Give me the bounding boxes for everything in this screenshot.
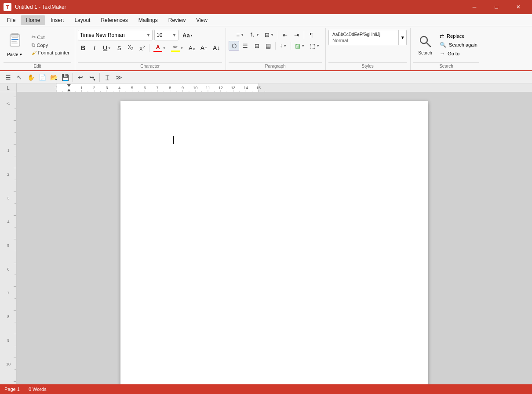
undo-button[interactable]: ↩ xyxy=(75,72,86,83)
new-button[interactable]: 📄 xyxy=(37,72,47,83)
svg-rect-3 xyxy=(11,39,18,40)
shading-button[interactable]: ▨▼ xyxy=(293,41,307,51)
align-right-button[interactable]: ⊟ xyxy=(251,41,262,51)
ruler-row: L xyxy=(0,83,532,92)
menu-file[interactable]: File xyxy=(2,15,21,25)
separator xyxy=(275,42,276,50)
goto-button[interactable]: → Go to xyxy=(438,50,479,58)
toolbar-separator-2 xyxy=(99,73,100,82)
menu-mailings[interactable]: Mailings xyxy=(133,15,163,25)
font-size-dropdown[interactable]: 10 ▼ xyxy=(154,30,179,40)
hand-button[interactable]: ✋ xyxy=(26,72,36,83)
format-painter-button[interactable]: 🖌 Format painter xyxy=(30,49,72,56)
svg-line-7 xyxy=(426,43,430,47)
search-again-button[interactable]: 🔍 Search again xyxy=(438,41,479,49)
search-label: Search xyxy=(413,62,479,70)
menubar: File Home Insert Layout References Maili… xyxy=(0,14,532,26)
maximize-button[interactable]: □ xyxy=(486,0,506,14)
text-cursor xyxy=(173,136,174,144)
menu-view[interactable]: View xyxy=(191,15,213,25)
font-row: Times New Roman ▼ 10 ▼ Aa ▼ xyxy=(78,30,195,40)
character-group: Times New Roman ▼ 10 ▼ Aa ▼ xyxy=(76,28,226,70)
replace-icon: ⇄ xyxy=(440,33,444,39)
svg-rect-2 xyxy=(12,35,18,37)
styles-label: Styles xyxy=(328,62,407,70)
doc-container: -1123456789101112 xyxy=(0,92,532,384)
clipboard-group: Paste ▼ ✂ Cut ⧉ Copy xyxy=(2,28,75,70)
separator xyxy=(304,31,304,39)
menu-layout[interactable]: Layout xyxy=(69,15,95,25)
close-button[interactable]: ✕ xyxy=(508,0,528,14)
italic-button[interactable]: I xyxy=(89,43,100,53)
line-spacing-button[interactable]: ↕▼ xyxy=(277,41,289,51)
clear-format-button[interactable]: Aₓ xyxy=(186,43,197,53)
menu-insert[interactable]: Insert xyxy=(45,15,69,25)
superscript-button[interactable]: X2 xyxy=(137,43,147,53)
show-formatting-button[interactable]: ¶ xyxy=(306,30,317,40)
search-icon xyxy=(418,34,432,50)
character-label: Character xyxy=(78,62,222,70)
menu-home[interactable]: Home xyxy=(21,15,45,25)
format-painter-icon: 🖌 xyxy=(32,50,36,55)
highlight-button[interactable]: ✏ ▼ xyxy=(169,43,186,53)
tab-stop-selector[interactable]: L xyxy=(0,83,16,92)
page[interactable] xyxy=(120,101,428,384)
style-dropdown-button[interactable]: ▼ xyxy=(399,30,407,45)
border-button[interactable]: ⬚▼ xyxy=(308,41,322,51)
minimize-button[interactable]: ─ xyxy=(464,0,485,14)
search-again-icon: 🔍 xyxy=(440,42,446,48)
outline-list-button[interactable]: ⊞▼ xyxy=(262,30,276,40)
search-group: Search ⇄ Replace 🔍 Search again xyxy=(412,28,483,70)
styles-group-content: AaBbCcDdEeFfGgHhIiJj Normal ▼ xyxy=(328,28,407,61)
align-left-button[interactable]: ⬡ xyxy=(229,41,239,51)
menu-review[interactable]: Review xyxy=(163,15,191,25)
window-controls: ─ □ ✕ xyxy=(464,0,528,14)
indent-decrease-button[interactable]: ⇤ xyxy=(280,30,291,40)
menu-references[interactable]: References xyxy=(95,15,133,25)
cut-button[interactable]: ✂ Cut xyxy=(30,33,72,41)
ribbon-content: Paste ▼ ✂ Cut ⧉ Copy xyxy=(0,26,532,70)
underline-button[interactable]: U ▼ xyxy=(101,43,113,53)
paste-button[interactable]: Paste ▼ xyxy=(4,52,26,58)
para-row2: ⬡ ☰ ⊟ ▤ ↕▼ xyxy=(229,41,322,51)
cut-icon: ✂ xyxy=(32,34,36,40)
replace-button[interactable]: ⇄ Replace xyxy=(438,32,479,40)
horizontal-ruler[interactable] xyxy=(17,83,532,92)
copy-button[interactable]: ⧉ Copy xyxy=(30,41,72,49)
font-case-button[interactable]: Aa ▼ xyxy=(180,30,195,40)
paragraph-label: Paragraph xyxy=(229,62,322,70)
numbered-list-button[interactable]: ⒈▼ xyxy=(247,30,262,40)
page-info: Page 1 xyxy=(4,387,20,392)
align-center-button[interactable]: ☰ xyxy=(240,41,251,51)
search-actions: ⇄ Replace 🔍 Search again → Go to xyxy=(438,32,479,58)
subscript-button[interactable]: X2 xyxy=(125,43,136,53)
open-button[interactable]: 📂▼ xyxy=(48,72,59,83)
main-layout: T Untitled 1 - TextMaker ─ □ ✕ File Home… xyxy=(0,0,532,394)
select-button[interactable]: ⌶ xyxy=(102,72,113,83)
content-area: L -1123456789101112 xyxy=(0,83,532,384)
paste-icon xyxy=(5,32,25,52)
character-group-content: Times New Roman ▼ 10 ▼ Aa ▼ xyxy=(78,28,222,61)
mode-button[interactable]: ☰ xyxy=(3,72,13,83)
more-button[interactable]: ≫ xyxy=(113,72,124,83)
font-color-button[interactable]: A ▼ xyxy=(151,43,168,53)
strikethrough-button[interactable]: S xyxy=(114,43,124,53)
document-area[interactable] xyxy=(17,92,532,384)
shrink-font-button[interactable]: A↓ xyxy=(211,43,222,53)
bold-button[interactable]: B xyxy=(78,43,88,53)
font-name-dropdown[interactable]: Times New Roman ▼ xyxy=(78,30,153,40)
vertical-ruler[interactable]: -1123456789101112 xyxy=(0,92,17,384)
bullet-list-button[interactable]: ≡▼ xyxy=(234,30,247,40)
status-bar: Page 1 0 Words xyxy=(0,384,532,394)
styles-group: AaBbCcDdEeFfGgHhIiJj Normal ▼ Styles xyxy=(327,28,411,70)
align-justify-button[interactable]: ▤ xyxy=(263,41,273,51)
pointer-button[interactable]: ↖ xyxy=(14,72,25,83)
grow-font-button[interactable]: A↑ xyxy=(198,43,210,53)
goto-icon: → xyxy=(440,51,445,57)
paragraph-group-content: ≡▼ ⒈▼ ⊞▼ ⇤ ⇥ xyxy=(229,28,322,61)
save-button[interactable]: 💾 xyxy=(60,72,70,83)
search-button[interactable]: Search xyxy=(413,31,437,58)
font-format-row: B I U ▼ S xyxy=(78,43,222,53)
indent-increase-button[interactable]: ⇥ xyxy=(292,30,302,40)
redo-button[interactable]: ↪▼ xyxy=(87,72,97,83)
